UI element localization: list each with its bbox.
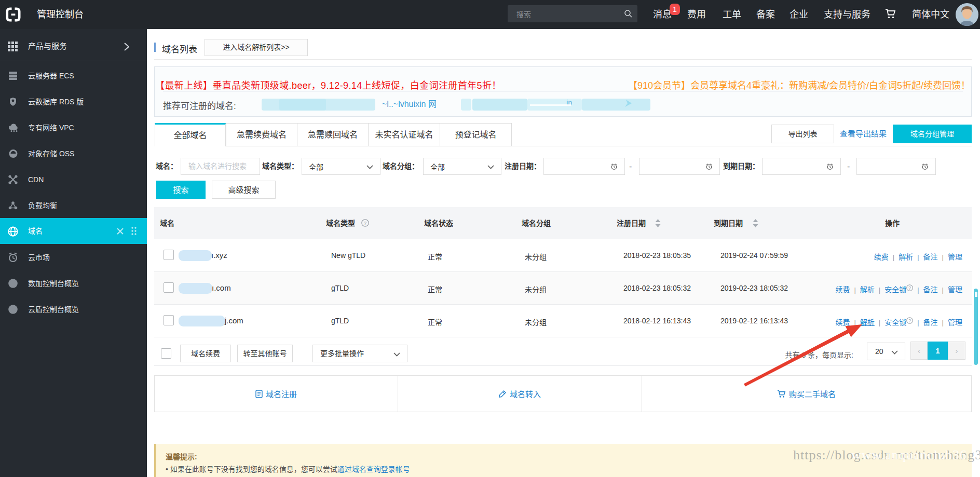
svg-text:?: ? (364, 220, 366, 226)
svg-text:?: ? (908, 285, 911, 291)
svg-text:?: ? (908, 318, 911, 323)
